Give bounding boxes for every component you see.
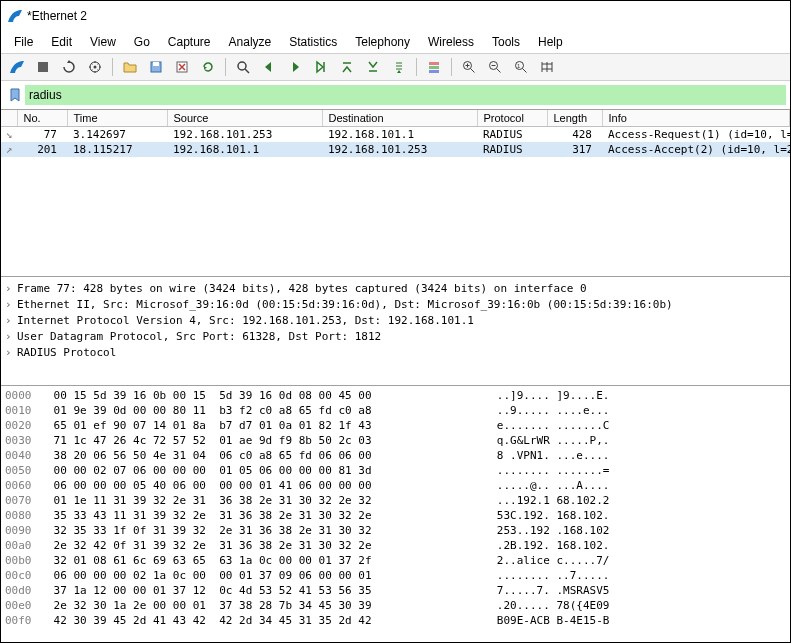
hex-row[interactable]: 0010 01 9e 39 0d 00 00 80 11 b3 f2 c0 a8… xyxy=(1,403,790,418)
column-header[interactable]: Protocol xyxy=(477,110,547,127)
stop-capture-button[interactable] xyxy=(31,55,55,79)
open-file-button[interactable] xyxy=(118,55,142,79)
hex-row[interactable]: 00f0 42 30 39 45 2d 41 43 42 42 2d 34 45… xyxy=(1,613,790,628)
menu-view[interactable]: View xyxy=(81,33,125,51)
go-back-button[interactable] xyxy=(257,55,281,79)
svg-rect-8 xyxy=(429,66,439,69)
column-header[interactable]: No. xyxy=(17,110,67,127)
app-shark-fin-icon xyxy=(7,8,23,24)
hex-row[interactable]: 0070 01 1e 11 31 39 32 2e 31 36 38 2e 31… xyxy=(1,493,790,508)
hex-row[interactable]: 0020 65 01 ef 90 07 14 01 8a b7 d7 01 0a… xyxy=(1,418,790,433)
toolbar-separator xyxy=(451,58,452,76)
hex-row[interactable]: 00b0 32 01 08 61 6c 69 63 65 63 1a 0c 00… xyxy=(1,553,790,568)
toolbar-separator xyxy=(112,58,113,76)
menu-analyze[interactable]: Analyze xyxy=(220,33,281,51)
colorize-button[interactable] xyxy=(422,55,446,79)
menu-tools[interactable]: Tools xyxy=(483,33,529,51)
packet-details-pane[interactable]: ›Frame 77: 428 bytes on wire (3424 bits)… xyxy=(1,277,790,386)
toolbar-separator xyxy=(416,58,417,76)
packet-row[interactable]: ↘773.142697192.168.101.253192.168.101.1R… xyxy=(1,127,790,143)
svg-rect-0 xyxy=(38,62,48,72)
hex-row[interactable]: 0080 35 33 43 11 31 39 32 2e 31 36 38 2e… xyxy=(1,508,790,523)
svg-rect-7 xyxy=(429,62,439,65)
main-toolbar: 1 xyxy=(1,54,790,81)
resize-columns-button[interactable] xyxy=(535,55,559,79)
details-line[interactable]: ›Ethernet II, Src: Microsof_39:16:0d (00… xyxy=(5,297,786,313)
menu-capture[interactable]: Capture xyxy=(159,33,220,51)
packet-row[interactable]: ↗20118.115217192.168.101.1192.168.101.25… xyxy=(1,142,790,157)
close-file-button[interactable] xyxy=(170,55,194,79)
column-header[interactable]: Length xyxy=(547,110,602,127)
zoom-reset-button[interactable]: 1 xyxy=(509,55,533,79)
svg-point-2 xyxy=(94,66,97,69)
details-line[interactable]: ›Internet Protocol Version 4, Src: 192.1… xyxy=(5,313,786,329)
menu-file[interactable]: File xyxy=(5,33,42,51)
column-header[interactable]: Time xyxy=(67,110,167,127)
go-forward-button[interactable] xyxy=(283,55,307,79)
reload-file-button[interactable] xyxy=(196,55,220,79)
save-file-button[interactable] xyxy=(144,55,168,79)
hex-row[interactable]: 0050 00 00 02 07 06 00 00 00 01 05 06 00… xyxy=(1,463,790,478)
hex-row[interactable]: 00a0 2e 32 42 0f 31 39 32 2e 31 36 38 2e… xyxy=(1,538,790,553)
zoom-in-button[interactable] xyxy=(457,55,481,79)
restart-capture-button[interactable] xyxy=(57,55,81,79)
zoom-out-button[interactable] xyxy=(483,55,507,79)
column-header[interactable]: Destination xyxy=(322,110,477,127)
window-title: *Ethernet 2 xyxy=(27,9,87,23)
hex-row[interactable]: 0090 32 35 33 1f 0f 31 39 32 2e 31 36 38… xyxy=(1,523,790,538)
hex-row[interactable]: 00d0 37 1a 12 00 00 01 37 12 0c 4d 53 52… xyxy=(1,583,790,598)
display-filter-input[interactable] xyxy=(25,85,786,105)
svg-text:1: 1 xyxy=(517,63,521,69)
menu-bar: FileEditViewGoCaptureAnalyzeStatisticsTe… xyxy=(1,31,790,54)
go-first-button[interactable] xyxy=(335,55,359,79)
toolbar-shark-fin-icon[interactable] xyxy=(5,55,29,79)
menu-go[interactable]: Go xyxy=(125,33,159,51)
details-line[interactable]: ›Frame 77: 428 bytes on wire (3424 bits)… xyxy=(5,281,786,297)
hex-row[interactable]: 00e0 2e 32 30 1a 2e 00 00 01 37 38 28 7b… xyxy=(1,598,790,613)
find-packet-button[interactable] xyxy=(231,55,255,79)
hex-row[interactable]: 00c0 06 00 00 00 02 1a 0c 00 00 01 37 09… xyxy=(1,568,790,583)
display-filter-bar xyxy=(1,81,790,110)
menu-telephony[interactable]: Telephony xyxy=(346,33,419,51)
menu-statistics[interactable]: Statistics xyxy=(280,33,346,51)
hex-row[interactable]: 0030 71 1c 47 26 4c 72 57 52 01 ae 9d f9… xyxy=(1,433,790,448)
menu-edit[interactable]: Edit xyxy=(42,33,81,51)
go-last-button[interactable] xyxy=(361,55,385,79)
svg-rect-4 xyxy=(153,62,159,66)
menu-wireless[interactable]: Wireless xyxy=(419,33,483,51)
svg-rect-9 xyxy=(429,70,439,73)
packet-bytes-pane[interactable]: 0000 00 15 5d 39 16 0b 00 15 5d 39 16 0d… xyxy=(1,386,790,642)
auto-scroll-button[interactable] xyxy=(387,55,411,79)
packet-list-pane[interactable]: No.TimeSourceDestinationProtocolLengthIn… xyxy=(1,110,790,277)
hex-row[interactable]: 0000 00 15 5d 39 16 0b 00 15 5d 39 16 0d… xyxy=(1,388,790,403)
go-to-packet-button[interactable] xyxy=(309,55,333,79)
capture-options-button[interactable] xyxy=(83,55,107,79)
hex-row[interactable]: 0040 38 20 06 56 50 4e 31 04 06 c0 a8 65… xyxy=(1,448,790,463)
hex-row[interactable]: 0060 06 00 00 00 05 40 06 00 00 00 01 41… xyxy=(1,478,790,493)
title-bar: *Ethernet 2 xyxy=(1,1,790,31)
menu-help[interactable]: Help xyxy=(529,33,572,51)
bookmark-icon[interactable] xyxy=(5,85,25,105)
svg-point-6 xyxy=(238,62,246,70)
toolbar-separator xyxy=(225,58,226,76)
details-line[interactable]: ›RADIUS Protocol xyxy=(5,345,786,361)
column-header[interactable]: Info xyxy=(602,110,790,127)
column-header[interactable]: Source xyxy=(167,110,322,127)
details-line[interactable]: ›User Datagram Protocol, Src Port: 61328… xyxy=(5,329,786,345)
